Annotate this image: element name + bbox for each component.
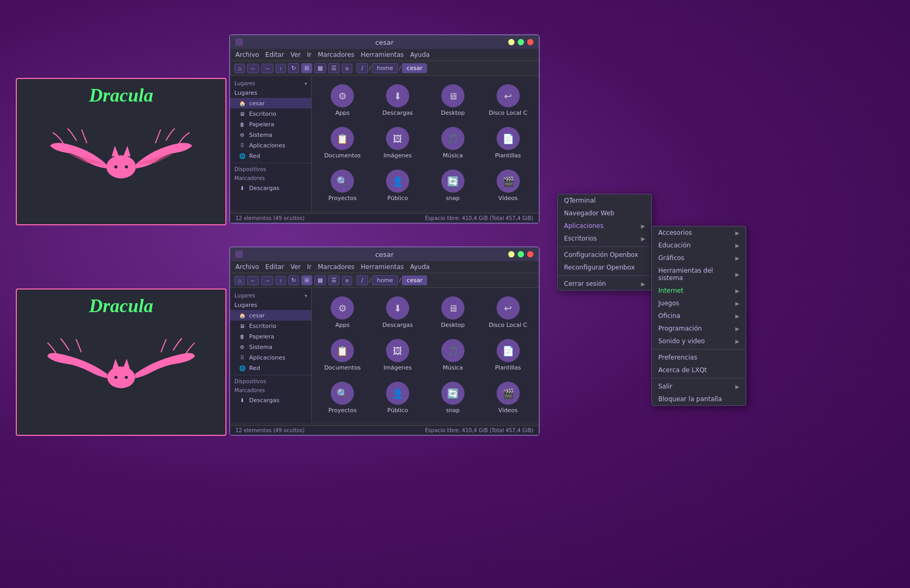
sub-preferencias[interactable]: Preferencias (652, 351, 746, 364)
sub-sonido-video[interactable]: Sonido y video ▶ (652, 335, 746, 347)
menu-ver-bottom[interactable]: Ver (290, 263, 301, 271)
sidebar-cesar-top[interactable]: 🏠 cesar (230, 98, 311, 108)
tb-refresh-bottom[interactable]: ↻ (288, 275, 299, 285)
menu-ayuda-top[interactable]: Ayuda (410, 51, 430, 58)
menu-marcadores-bottom[interactable]: Marcadores (318, 263, 354, 271)
sub-bloquear[interactable]: Bloquear la pantalla (652, 393, 746, 405)
file-videos-top[interactable]: 🎬 Vídeos (481, 165, 535, 206)
file-documentos-bottom[interactable]: 📋 Documentos (316, 335, 369, 375)
file-videos-bottom[interactable]: 🎬 Vídeos (481, 377, 535, 418)
file-publico-bottom[interactable]: 👤 Público (371, 377, 424, 418)
file-disco-top[interactable]: ↩ Disco Local C (481, 80, 535, 121)
file-snap-top[interactable]: 🔄 snap (427, 165, 480, 206)
tb-refresh-top[interactable]: ↻ (288, 63, 299, 73)
tb-compact-bottom[interactable]: ▦ (314, 275, 326, 285)
tb-icons-bottom[interactable]: ⊞ (301, 275, 312, 285)
close-btn-top[interactable] (527, 39, 533, 45)
close-btn-bottom[interactable] (527, 251, 533, 257)
sub-programacion[interactable]: Programación ▶ (652, 322, 746, 335)
sub-herramientas-sistema[interactable]: Herramientas del sistema ▶ (652, 264, 746, 284)
sidebar-red-bottom[interactable]: 🌐 Red (230, 363, 311, 373)
tb-forward-bottom[interactable]: → (261, 276, 273, 285)
maximize-btn-top[interactable] (518, 39, 524, 45)
file-documentos-top[interactable]: 📋 Documentos (316, 123, 369, 163)
sidebar-aplicaciones-bottom[interactable]: ⠿ Aplicaciones (230, 352, 311, 363)
breadcrumb-home-top[interactable]: home (372, 63, 398, 73)
sidebar-descargas-bottom[interactable]: ⬇ Descargas (230, 395, 311, 405)
sub-oficina[interactable]: Oficina ▶ (652, 310, 746, 322)
file-descargas-bottom[interactable]: ⬇ Descargas (371, 292, 424, 333)
tb-home-top[interactable]: ⌂ (234, 64, 245, 73)
file-descargas-top[interactable]: ⬇ Descargas (371, 80, 424, 121)
tb-home-bottom[interactable]: ⌂ (234, 276, 245, 285)
file-imagenes-top[interactable]: 🖼 Imágenes (371, 123, 424, 163)
sub-accesorios[interactable]: Accesorios ▶ (652, 226, 746, 239)
file-plantillas-top[interactable]: 📄 Plantillas (481, 123, 535, 163)
sidebar-sistema-bottom[interactable]: ⚙ Sistema (230, 342, 311, 352)
cm-qterminal[interactable]: QTerminal (558, 194, 651, 207)
menu-ir-bottom[interactable]: Ir (307, 263, 311, 271)
tb-list-top[interactable]: ☰ (328, 63, 340, 73)
file-musica-top[interactable]: 🎵 Música (427, 123, 480, 163)
tb-up-bottom[interactable]: ↑ (275, 276, 286, 285)
maximize-btn-bottom[interactable] (518, 251, 524, 257)
file-apps-top[interactable]: ⚙ Apps (316, 80, 369, 121)
menu-archivo-bottom[interactable]: Archivo (235, 263, 259, 271)
breadcrumb-root-top[interactable]: / (357, 63, 368, 73)
cm-config-openbox[interactable]: Configuración Openbox (558, 248, 651, 261)
file-desktop-top[interactable]: 🖥 Desktop (427, 80, 480, 121)
tb-forward-top[interactable]: → (261, 64, 273, 73)
breadcrumb-home-bottom[interactable]: home (372, 275, 398, 285)
sidebar-cesar-bottom[interactable]: 🏠 cesar (230, 310, 311, 321)
file-disco-bottom[interactable]: ↩ Disco Local C (481, 292, 535, 333)
menu-editar-top[interactable]: Editar (265, 51, 284, 58)
menu-archivo-top[interactable]: Archivo (235, 51, 259, 58)
sidebar-sistema-top[interactable]: ⚙ Sistema (230, 129, 311, 140)
file-snap-bottom[interactable]: 🔄 snap (427, 377, 480, 418)
minimize-btn-bottom[interactable] (508, 251, 515, 257)
sub-acerca-lxqt[interactable]: Acerca de LXQt (652, 364, 746, 376)
tb-compact-top[interactable]: ▦ (314, 63, 326, 73)
tb-list-bottom[interactable]: ☰ (328, 275, 340, 285)
sidebar-papelera-top[interactable]: 🗑 Papelera (230, 119, 311, 129)
sub-graficos[interactable]: Gráficos ▶ (652, 252, 746, 264)
cm-escritorios[interactable]: Escritorios ▶ (558, 232, 651, 245)
file-publico-top[interactable]: 👤 Público (371, 165, 424, 206)
file-musica-bottom[interactable]: 🎵 Música (427, 335, 480, 375)
sub-juegos[interactable]: Juegos ▶ (652, 297, 746, 310)
breadcrumb-cesar-bottom[interactable]: cesar (402, 275, 427, 285)
tb-back-top[interactable]: ← (247, 64, 259, 73)
cm-navegador[interactable]: Navegador Web (558, 207, 651, 220)
cm-aplicaciones[interactable]: Aplicaciones ▶ (558, 220, 651, 232)
tb-detail-bottom[interactable]: ≡ (342, 276, 352, 285)
tb-detail-top[interactable]: ≡ (342, 64, 352, 73)
cm-reconfig-openbox[interactable]: Reconfigurar Openbox (558, 261, 651, 274)
sub-educacion[interactable]: Educación ▶ (652, 239, 746, 252)
menu-herramientas-bottom[interactable]: Herramientas (361, 263, 404, 271)
sidebar-descargas-top[interactable]: ⬇ Descargas (230, 183, 311, 193)
menu-marcadores-top[interactable]: Marcadores (318, 51, 354, 58)
file-proyectos-bottom[interactable]: 🔍 Proyectos (316, 377, 369, 418)
breadcrumb-cesar-top[interactable]: cesar (402, 63, 427, 73)
tb-up-top[interactable]: ↑ (275, 64, 286, 73)
sidebar-escritorio-bottom[interactable]: 🖥 Escritorio (230, 321, 311, 331)
minimize-btn-top[interactable] (508, 39, 515, 45)
file-imagenes-bottom[interactable]: 🖼 Imágenes (371, 335, 424, 375)
menu-ver-top[interactable]: Ver (290, 51, 301, 58)
tb-back-bottom[interactable]: ← (247, 276, 259, 285)
menu-herramientas-top[interactable]: Herramientas (361, 51, 404, 58)
tb-icons-top[interactable]: ⊞ (301, 63, 312, 73)
sidebar-aplicaciones-top[interactable]: ⠿ Aplicaciones (230, 140, 311, 151)
sidebar-red-top[interactable]: 🌐 Red (230, 151, 311, 161)
sub-internet[interactable]: Internet ▶ (652, 284, 746, 297)
menu-ir-top[interactable]: Ir (307, 51, 311, 58)
menu-editar-bottom[interactable]: Editar (265, 263, 284, 271)
menu-ayuda-bottom[interactable]: Ayuda (410, 263, 430, 271)
sidebar-papelera-bottom[interactable]: 🗑 Papelera (230, 331, 311, 342)
file-proyectos-top[interactable]: 🔍 Proyectos (316, 165, 369, 206)
sub-salir[interactable]: Salir ▶ (652, 380, 746, 393)
breadcrumb-root-bottom[interactable]: / (357, 275, 368, 285)
sidebar-escritorio-top[interactable]: 🖥 Escritorio (230, 108, 311, 119)
file-plantillas-bottom[interactable]: 📄 Plantillas (481, 335, 535, 375)
file-apps-bottom[interactable]: ⚙ Apps (316, 292, 369, 333)
